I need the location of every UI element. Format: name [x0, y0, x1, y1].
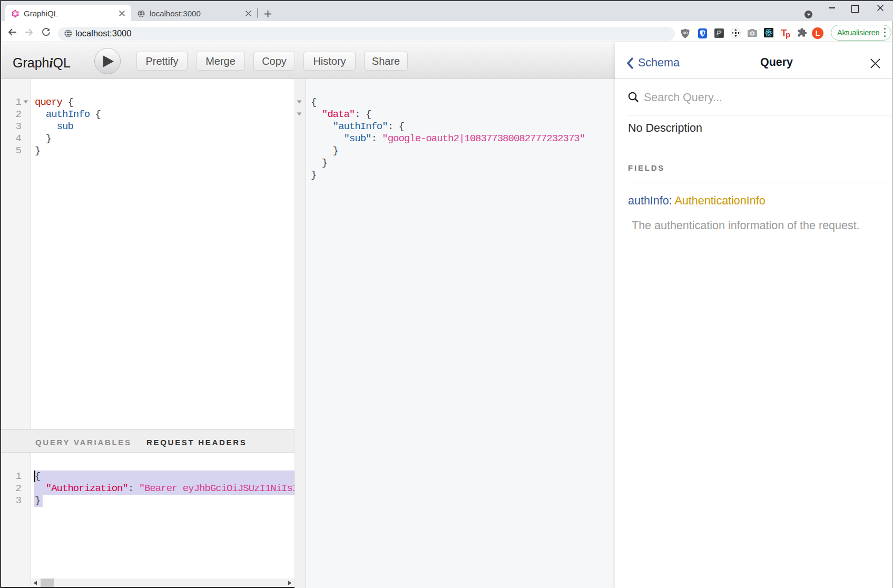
svg-text:UO: UO	[683, 31, 688, 35]
